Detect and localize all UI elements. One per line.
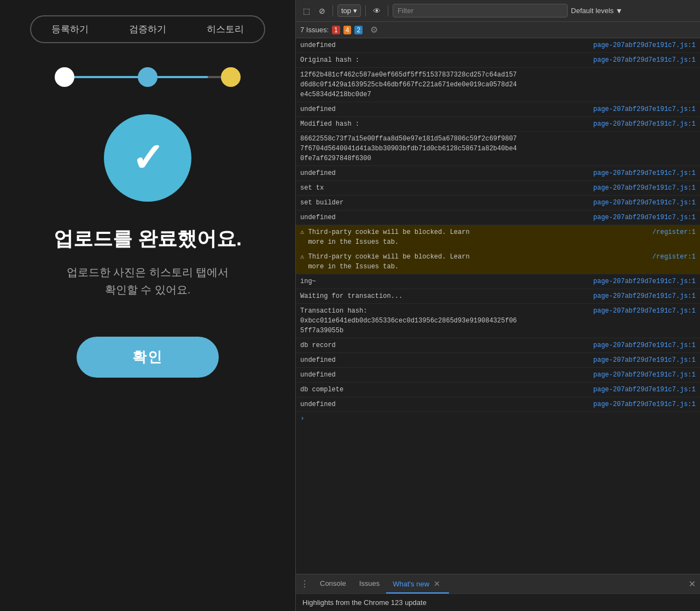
devtools-panel: ⬚ ⊘ top ▾ 👁 Default levels ▾ 7 Issues: 1… — [295, 0, 700, 611]
console-row: ⚠ Third-party cookie will be blocked. Le… — [296, 225, 700, 250]
checkmark-icon: ✓ — [131, 138, 164, 178]
console-row: set builderpage-207abf29d7e191c7.js:1 — [296, 196, 700, 210]
devtools-toolbar: ⬚ ⊘ top ▾ 👁 Default levels ▾ — [296, 0, 700, 22]
console-row-link[interactable]: page-207abf29d7e191c7.js:1 — [593, 400, 696, 409]
console-output[interactable]: undefinedpage-207abf29d7e191c7.js:1Origi… — [296, 38, 700, 574]
console-caret[interactable]: › — [296, 412, 700, 425]
step-dot-3 — [221, 67, 241, 87]
console-row-link[interactable]: page-207abf29d7e191c7.js:1 — [593, 198, 696, 208]
tab-whats-new[interactable]: What's new ✕ — [386, 575, 448, 594]
console-row: undefinedpage-207abf29d7e191c7.js:1 — [296, 397, 700, 412]
console-row: Transaction hash: 0xbcc011e641edb0dc3653… — [296, 304, 700, 338]
console-row-link[interactable]: page-207abf29d7e191c7.js:1 — [593, 291, 696, 301]
close-panel-icon[interactable]: ✕ — [689, 579, 696, 589]
tab-register[interactable]: 등록하기 — [31, 16, 109, 42]
clear-icon[interactable]: ⊘ — [316, 5, 328, 17]
console-row: ⚠ Third-party cookie will be blocked. Le… — [296, 250, 700, 274]
toolbar-divider3 — [388, 5, 388, 16]
console-row: Modified hash : page-207abf29d7e191c7.js… — [296, 117, 700, 132]
console-row: set txpage-207abf29d7e191c7.js:1 — [296, 181, 700, 196]
console-row-link[interactable]: page-207abf29d7e191c7.js:1 — [593, 385, 696, 395]
console-row: undefinedpage-207abf29d7e191c7.js:1 — [296, 368, 700, 383]
dropdown-arrow: ▾ — [353, 7, 357, 15]
console-row: undefinedpage-207abf29d7e191c7.js:1 — [296, 166, 700, 181]
filter-input[interactable] — [393, 4, 568, 17]
toolbar-divider2 — [365, 5, 366, 16]
console-row: db completepage-207abf29d7e191c7.js:1 — [296, 383, 700, 397]
tab-history[interactable]: 히스토리 — [186, 16, 264, 42]
tab-issues[interactable]: Issues — [353, 575, 387, 593]
step-dot-2 — [138, 67, 158, 87]
top-selector[interactable]: top ▾ — [337, 4, 361, 17]
console-row-link[interactable]: page-207abf29d7e191c7.js:1 — [593, 55, 696, 65]
tab-verify[interactable]: 검증하기 — [109, 16, 186, 42]
console-row-link[interactable]: page-207abf29d7e191c7.js:1 — [593, 355, 696, 365]
issues-settings-icon[interactable]: ⚙ — [370, 25, 378, 35]
success-subtitle: 업로드한 사진은 히스토리 탭에서 확인할 수 있어요. — [67, 263, 229, 298]
issues-badge-yellow: 4 — [343, 26, 352, 34]
tab-bar: 등록하기 검증하기 히스토리 — [30, 15, 265, 43]
toolbar-divider — [332, 5, 333, 16]
console-row: ing~page-207abf29d7e191c7.js:1 — [296, 274, 700, 289]
console-row-link[interactable]: page-207abf29d7e191c7.js:1 — [593, 340, 696, 350]
console-row: db recordpage-207abf29d7e191c7.js:1 — [296, 338, 700, 353]
issues-bar: 7 Issues: 1 4 2 ⚙ — [296, 22, 700, 38]
console-row: undefinedpage-207abf29d7e191c7.js:1 — [296, 102, 700, 117]
console-row-link[interactable]: page-207abf29d7e191c7.js:1 — [593, 277, 696, 286]
bottom-tabs: ⋮ Console Issues What's new ✕ ✕ — [296, 574, 700, 594]
console-row-link[interactable]: /register:1 — [652, 252, 696, 262]
console-row: undefinedpage-207abf29d7e191c7.js:1 — [296, 210, 700, 225]
eye-icon[interactable]: 👁 — [370, 5, 383, 17]
console-row: 86622558c73f7a15e00ffaa8d50e97e181d5a678… — [296, 132, 700, 166]
issues-badge-blue: 2 — [354, 26, 363, 34]
bottom-menu-icon[interactable]: ⋮ — [300, 579, 309, 589]
console-row-link[interactable]: page-207abf29d7e191c7.js:1 — [593, 213, 696, 222]
console-row-link[interactable]: page-207abf29d7e191c7.js:1 — [593, 104, 696, 114]
left-panel: 등록하기 검증하기 히스토리 ✓ 업로드를 완료했어요. 업로드한 사진은 히스… — [0, 0, 295, 611]
issues-badge-red: 1 — [332, 26, 340, 34]
console-row-link[interactable]: page-207abf29d7e191c7.js:1 — [593, 168, 696, 178]
success-title: 업로드를 완료했어요. — [54, 226, 242, 252]
console-row: Waiting for transaction...page-207abf29d… — [296, 289, 700, 304]
success-icon-container: ✓ — [104, 114, 191, 202]
issues-label: 7 Issues: — [300, 26, 329, 34]
step-progress — [55, 67, 241, 87]
console-row-link[interactable]: page-207abf29d7e191c7.js:1 — [593, 370, 696, 380]
console-row-link[interactable]: page-207abf29d7e191c7.js:1 — [593, 183, 696, 193]
dock-icon[interactable]: ⬚ — [300, 5, 313, 17]
console-row-link[interactable]: page-207abf29d7e191c7.js:1 — [593, 119, 696, 129]
top-label: top — [341, 7, 351, 15]
confirm-button[interactable]: 확인 — [77, 337, 219, 378]
console-row-link[interactable]: /register:1 — [652, 227, 696, 237]
console-row-link[interactable]: page-207abf29d7e191c7.js:1 — [593, 306, 696, 316]
console-row: undefinedpage-207abf29d7e191c7.js:1 — [296, 38, 700, 53]
console-row-link[interactable]: page-207abf29d7e191c7.js:1 — [593, 40, 696, 50]
default-levels-arrow: ▾ — [617, 5, 621, 16]
console-row: 12f62b481cf462c587ae0ef665df5ff515378373… — [296, 68, 700, 102]
default-levels-button[interactable]: Default levels — [571, 7, 614, 15]
console-row: Original hash : page-207abf29d7e191c7.js… — [296, 53, 700, 68]
whats-new-bar: Highlights from the Chrome 123 update — [296, 594, 700, 611]
tab-console[interactable]: Console — [313, 575, 353, 593]
step-dot-1 — [55, 67, 74, 87]
close-whats-new[interactable]: ✕ — [431, 578, 442, 589]
whats-new-text: Highlights from the Chrome 123 update — [302, 598, 427, 607]
console-row: undefinedpage-207abf29d7e191c7.js:1 — [296, 353, 700, 368]
